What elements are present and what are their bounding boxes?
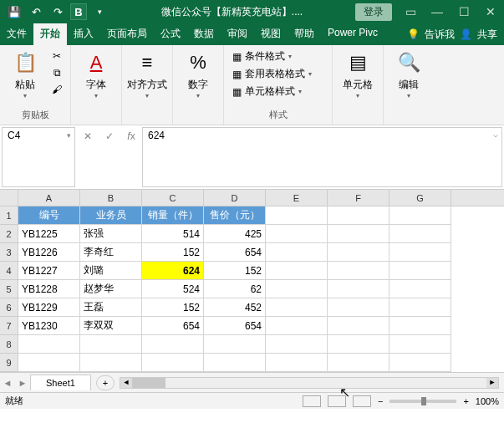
cell-name[interactable]: 刘璐 [80, 262, 142, 280]
cells-button[interactable]: ▤ 单元格 ▾ [338, 48, 378, 100]
scroll-thumb[interactable] [132, 378, 165, 388]
tab-data[interactable]: 数据 [187, 23, 221, 45]
row-header-4[interactable]: 4 [0, 262, 18, 280]
cell[interactable] [204, 354, 266, 372]
cell[interactable] [142, 335, 204, 354]
cut-icon[interactable]: ✂ [48, 48, 65, 64]
bold-indicator[interactable]: B [70, 3, 87, 20]
undo-icon[interactable]: ↶ [27, 3, 45, 21]
minimize-icon[interactable]: — [424, 0, 451, 23]
cell[interactable] [389, 354, 451, 372]
cell-price[interactable]: 62 [204, 280, 266, 298]
expand-formula-icon[interactable]: ⌵ [493, 130, 498, 139]
cell-qty[interactable]: 514 [142, 225, 204, 243]
header-cell[interactable]: 销量（件） [142, 206, 204, 225]
cell[interactable] [389, 317, 451, 335]
share-label[interactable]: 共享 [477, 28, 497, 42]
cell-qty[interactable]: 152 [142, 243, 204, 262]
cell[interactable] [389, 225, 451, 243]
cell[interactable] [389, 262, 451, 280]
editing-button[interactable]: 🔍 编辑 ▾ [389, 48, 429, 100]
cell[interactable] [266, 298, 328, 317]
close-icon[interactable]: ✕ [477, 0, 504, 23]
cell-qty[interactable]: 624 [142, 262, 204, 280]
cell[interactable] [328, 317, 389, 335]
cell[interactable] [389, 335, 451, 354]
alignment-button[interactable]: ≡ 对齐方式 ▾ [127, 48, 167, 100]
redo-icon[interactable]: ↷ [48, 3, 67, 21]
cell-name[interactable]: 李双双 [80, 317, 142, 335]
font-button[interactable]: A 字体 ▾ [76, 48, 116, 100]
row-header-3[interactable]: 3 [0, 243, 18, 262]
tab-formulas[interactable]: 公式 [154, 23, 187, 45]
row-header-6[interactable]: 6 [0, 298, 18, 317]
add-sheet-button[interactable]: + [96, 375, 115, 390]
cell[interactable] [266, 243, 328, 262]
cell[interactable] [266, 262, 328, 280]
cell-qty[interactable]: 152 [142, 298, 204, 317]
view-layout-icon[interactable] [328, 395, 346, 407]
format-as-table-button[interactable]: ▦套用表格格式▾ [229, 66, 327, 82]
select-all-corner[interactable] [0, 190, 18, 206]
cell-id[interactable]: YB1227 [18, 262, 80, 280]
cell[interactable] [389, 206, 451, 225]
name-box[interactable]: C4 ▾ [2, 127, 75, 187]
login-button[interactable]: 登录 [355, 3, 392, 21]
cancel-icon[interactable]: ✕ [77, 128, 99, 145]
conditional-format-button[interactable]: ▦条件格式▾ [229, 48, 327, 64]
cell-name[interactable]: 张强 [80, 225, 142, 243]
cell[interactable] [389, 298, 451, 317]
col-header-B[interactable]: B [80, 190, 142, 206]
cell[interactable] [328, 280, 389, 298]
cell-id[interactable]: YB1228 [18, 280, 80, 298]
cell[interactable] [389, 243, 451, 262]
cell-styles-button[interactable]: ▦单元格样式▾ [229, 84, 327, 99]
col-header-E[interactable]: E [266, 190, 328, 206]
col-header-G[interactable]: G [389, 190, 451, 206]
tab-review[interactable]: 审阅 [221, 23, 254, 45]
cell[interactable] [266, 225, 328, 243]
cell[interactable] [204, 335, 266, 354]
row-header-9[interactable]: 9 [0, 354, 18, 372]
sheet-tab-1[interactable]: Sheet1 [30, 375, 91, 390]
cell-qty[interactable]: 524 [142, 280, 204, 298]
cell[interactable] [266, 354, 328, 372]
cell[interactable] [266, 335, 328, 354]
cell-id[interactable]: YB1230 [18, 317, 80, 335]
header-cell[interactable]: 业务员 [80, 206, 142, 225]
cell[interactable] [80, 335, 142, 354]
cell-price[interactable]: 152 [204, 262, 266, 280]
tab-page-layout[interactable]: 页面布局 [100, 23, 154, 45]
tab-help[interactable]: 帮助 [288, 23, 321, 45]
cell[interactable] [389, 280, 451, 298]
row-header-5[interactable]: 5 [0, 280, 18, 298]
tab-powerpivot[interactable]: Power Pivc [321, 23, 384, 45]
cell[interactable] [80, 354, 142, 372]
cell-price[interactable]: 654 [204, 317, 266, 335]
formula-input[interactable]: 624 ⌵ [142, 127, 502, 187]
col-header-C[interactable]: C [142, 190, 204, 206]
tab-insert[interactable]: 插入 [67, 23, 100, 45]
cell-price[interactable]: 654 [204, 243, 266, 262]
horizontal-scrollbar[interactable]: ◄ ► [120, 377, 499, 389]
cell[interactable] [328, 262, 389, 280]
scroll-right-icon[interactable]: ► [486, 378, 498, 388]
cell[interactable] [328, 206, 389, 225]
tab-file[interactable]: 文件 [0, 23, 33, 45]
col-header-A[interactable]: A [18, 190, 80, 206]
cell[interactable] [266, 280, 328, 298]
share-icon[interactable]: 👤 [460, 28, 472, 40]
name-box-dropdown-icon[interactable]: ▾ [67, 131, 71, 140]
cell[interactable] [18, 354, 80, 372]
worksheet-grid[interactable]: 123456789 ABCDEFG 编号业务员销量（件）售价（元）YB1225张… [0, 190, 504, 372]
zoom-slider[interactable] [389, 400, 456, 403]
cell[interactable] [142, 354, 204, 372]
number-button[interactable]: % 数字 ▾ [178, 48, 218, 100]
cell[interactable] [266, 317, 328, 335]
cell-qty[interactable]: 654 [142, 317, 204, 335]
format-painter-icon[interactable]: 🖌 [48, 82, 65, 97]
cell[interactable] [328, 335, 389, 354]
zoom-in-icon[interactable]: + [463, 396, 468, 406]
row-header-7[interactable]: 7 [0, 317, 18, 335]
cell[interactable] [328, 243, 389, 262]
